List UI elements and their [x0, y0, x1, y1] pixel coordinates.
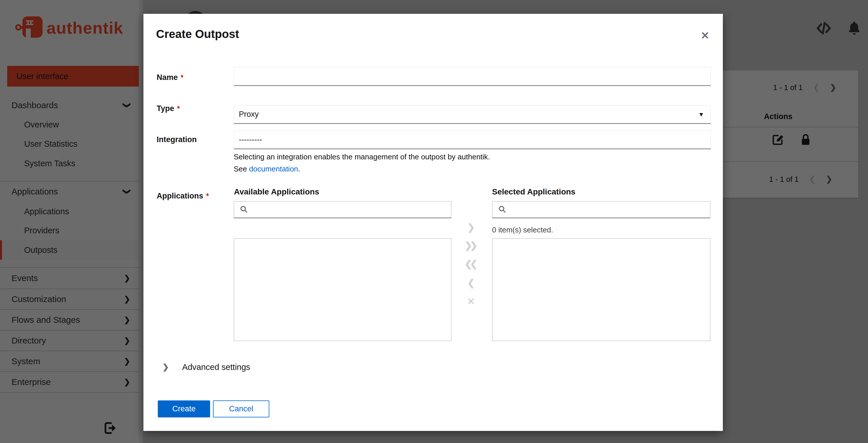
integration-select[interactable]: --------- [234, 130, 711, 149]
chevron-right-icon: ❯ [162, 363, 169, 371]
available-search [234, 201, 452, 218]
caret-down-icon: ▼ [698, 111, 704, 118]
available-applications-list[interactable] [234, 238, 452, 341]
modal-title: Create Outpost [156, 28, 239, 40]
documentation-link[interactable]: documentation [249, 165, 298, 173]
close-icon: ✕ [467, 297, 475, 306]
move-all-right-button[interactable]: ❯❯ [462, 239, 480, 252]
required-marker: * [177, 105, 180, 113]
help-prefix: See [234, 165, 249, 173]
available-search-input[interactable] [252, 202, 451, 217]
selected-count: 0 item(s) selected. [492, 226, 553, 234]
type-select-value: Proxy [239, 110, 259, 119]
type-field-label: Type* [157, 104, 180, 113]
move-selected-left-button[interactable]: ❮ [462, 276, 480, 289]
selected-applications-title: Selected Applications [492, 187, 576, 197]
chevron-right-icon: ❯ [467, 223, 475, 232]
selected-search-input[interactable] [510, 202, 710, 217]
available-applications-title: Available Applications [234, 187, 319, 197]
integration-help-docs: See documentation. [234, 165, 300, 174]
move-selected-right-button[interactable]: ❯ [462, 221, 480, 234]
label-text: Integration [157, 135, 197, 144]
required-marker: * [181, 73, 184, 81]
clear-selection-button[interactable]: ✕ [462, 295, 480, 308]
label-text: Applications [157, 191, 203, 200]
required-marker: * [206, 192, 209, 200]
double-chevron-right-icon: ❯❯ [464, 241, 475, 250]
create-outpost-modal: Create Outpost ✕ Name* Type* Proxy ▼ Int… [144, 14, 723, 431]
integration-field-label: Integration [157, 135, 197, 144]
advanced-settings-toggle[interactable]: ❯ Advanced settings [162, 362, 250, 372]
advanced-settings-label: Advanced settings [182, 362, 250, 372]
selected-applications-list[interactable] [492, 238, 711, 341]
help-suffix: . [298, 165, 300, 173]
search-icon [240, 205, 248, 215]
move-all-left-button[interactable]: ❮❮ [462, 258, 480, 270]
integration-help-text: Selecting an integration enables the man… [234, 152, 490, 161]
cancel-button[interactable]: Cancel [213, 401, 269, 417]
integration-select-value: --------- [239, 135, 262, 144]
name-field-label: Name* [157, 73, 183, 82]
label-text: Type [157, 104, 174, 113]
name-input[interactable] [234, 67, 711, 86]
selected-search [492, 201, 711, 218]
type-select[interactable]: Proxy ▼ [234, 105, 711, 124]
close-icon: ✕ [701, 30, 709, 42]
applications-field-label: Applications* [157, 191, 209, 201]
double-chevron-left-icon: ❮❮ [464, 259, 475, 268]
app-root: authentik User interface Dashboards ❯ Ov… [0, 0, 868, 443]
create-button[interactable]: Create [158, 401, 210, 417]
close-button[interactable]: ✕ [696, 28, 714, 44]
search-icon [498, 205, 506, 215]
chevron-left-icon: ❮ [467, 278, 475, 287]
label-text: Name [157, 73, 178, 82]
